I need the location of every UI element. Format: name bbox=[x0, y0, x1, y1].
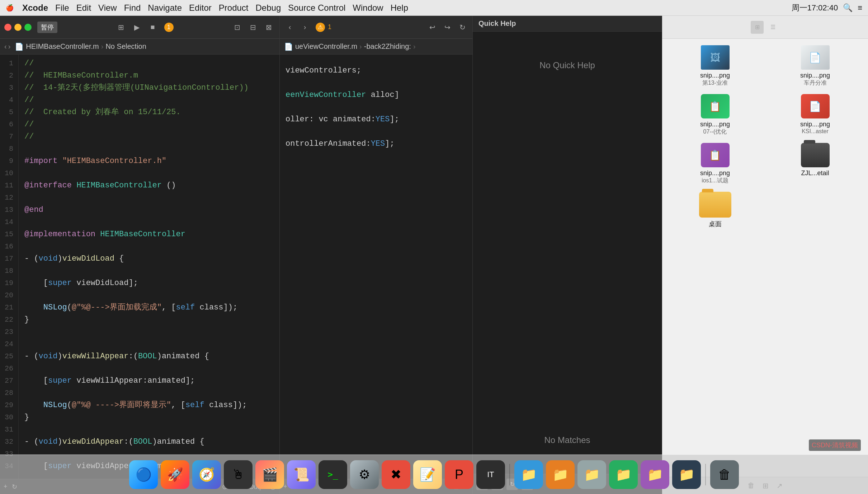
menu-view[interactable]: View bbox=[98, 3, 117, 13]
run-icon[interactable]: ▶ bbox=[131, 21, 143, 34]
traffic-lights bbox=[4, 24, 32, 31]
prev-btn[interactable]: ‹ bbox=[283, 21, 296, 34]
dock-trash[interactable]: 🗑 bbox=[710, 460, 739, 489]
apple-menu[interactable]: 🍎 bbox=[6, 4, 14, 12]
dock-terminal[interactable]: >_ bbox=[319, 460, 347, 489]
xcode-toolbar: 暂停 ⊞ ▶ ■ 1 ⊡ ⊟ ⊠ bbox=[0, 16, 279, 39]
menubar: 🍎 Xcode File Edit View Find Navigate Edi… bbox=[0, 0, 868, 16]
sidebar-files: 🖼 snip....png 第13-业准 📄 snip....png 车丹分准 … bbox=[662, 39, 868, 477]
menu-xcode[interactable]: Xcode bbox=[22, 3, 48, 13]
csdn-watermark: CSDN-清筑视频 bbox=[809, 439, 861, 451]
panel-split-icon[interactable]: ⊟ bbox=[246, 21, 259, 34]
dock-green1[interactable]: 📁 bbox=[609, 460, 638, 489]
right-sidebar: ⊞ ☰ 🖼 snip....png 第13-业准 📄 snip....png 车… bbox=[662, 16, 868, 494]
dock-prefs[interactable]: ⚙ bbox=[350, 460, 379, 489]
code-editor[interactable]: 12345 678910 1112131415 1617181920 21222… bbox=[0, 55, 279, 479]
list-item[interactable]: 🖼 snip....png 第13-业准 bbox=[665, 42, 765, 90]
dock-purple1[interactable]: 📁 bbox=[641, 460, 669, 489]
list-item[interactable]: 📄 snip....png KSI...aster bbox=[765, 90, 865, 139]
middle-editor-panel: ‹ › ⚠ 1 ↩ ↪ ↻ 📄 ueViewController.m › -ba… bbox=[280, 16, 473, 494]
list-item[interactable]: 📄 snip....png 车丹分准 bbox=[765, 42, 865, 90]
warning-count: 1 bbox=[328, 23, 331, 31]
file-name: 桌面 bbox=[709, 220, 722, 228]
dock-orange1[interactable]: 📁 bbox=[546, 460, 575, 489]
middle-file-icon: 📄 bbox=[284, 42, 293, 51]
next-btn[interactable]: › bbox=[298, 21, 311, 34]
list-item[interactable]: ZJL...etail bbox=[765, 139, 865, 188]
menubar-time: 周一17:02:40 bbox=[792, 3, 838, 13]
close-button[interactable] bbox=[4, 24, 11, 31]
quickhelp-panel: Quick Help No Quick Help No Matches + ℹ … bbox=[473, 16, 662, 494]
file-name: snip....png bbox=[700, 72, 730, 79]
xcode-panel: 暂停 ⊞ ▶ ■ 1 ⊡ ⊟ ⊠ ‹ › 📄 HEIMBaseControlle… bbox=[0, 16, 280, 494]
quickhelp-content: No Quick Help No Matches bbox=[473, 32, 662, 474]
panel-right-icon[interactable]: ⊠ bbox=[262, 21, 275, 34]
list-item[interactable]: 桌面 bbox=[665, 188, 765, 232]
menu-editor[interactable]: Editor bbox=[189, 3, 212, 13]
middle-filename[interactable]: ueViewController.m bbox=[295, 42, 357, 51]
sidebar-layout-btn[interactable]: ⊞ bbox=[751, 21, 764, 34]
menu-edit[interactable]: Edit bbox=[76, 3, 91, 13]
file-icon-small: 📄 bbox=[15, 42, 24, 51]
stop-icon[interactable]: ■ bbox=[146, 21, 159, 34]
middle-code[interactable]: viewControllers; eenViewController alloc… bbox=[280, 55, 472, 479]
list-item[interactable]: 📋 snip....png 07--(优化 bbox=[665, 90, 765, 139]
folder-icon bbox=[801, 143, 830, 167]
menu-help[interactable]: Help bbox=[391, 3, 408, 13]
maximize-button[interactable] bbox=[24, 24, 32, 31]
file-label2: KSI...aster bbox=[802, 128, 829, 135]
dock-notes[interactable]: 📝 bbox=[413, 460, 442, 489]
dock-scripts[interactable]: 📜 bbox=[287, 460, 316, 489]
menu-find[interactable]: Find bbox=[124, 3, 141, 13]
dock-mouse[interactable]: 🖱 bbox=[224, 460, 253, 489]
middle-method[interactable]: -back2Zhiding: bbox=[364, 42, 411, 51]
middle-sep: › bbox=[359, 42, 362, 51]
sidebar-list-btn[interactable]: ☰ bbox=[766, 21, 779, 34]
breadcrumb-bar: ‹ › 📄 HEIMBaseController.m › No Selectio… bbox=[0, 39, 279, 55]
list-item[interactable]: 📋 snip....png ios1...试题 bbox=[665, 139, 765, 188]
dock-blue1[interactable]: 📁 bbox=[514, 460, 543, 489]
middle-fwd-icon[interactable]: ↪ bbox=[441, 21, 454, 34]
file-thumbnail: 📄 bbox=[801, 94, 830, 118]
menu-window[interactable]: Window bbox=[353, 3, 383, 13]
dock-redapp[interactable]: ✖ bbox=[382, 460, 410, 489]
breadcrumb-selection[interactable]: No Selection bbox=[105, 42, 146, 51]
dock-pred[interactable]: P bbox=[445, 460, 473, 489]
dock-iterm[interactable]: IT bbox=[476, 460, 505, 489]
file-thumbnail: 🖼 bbox=[701, 45, 730, 70]
dock-gray1[interactable]: 📁 bbox=[577, 460, 606, 489]
middle-back-icon[interactable]: ↩ bbox=[426, 21, 439, 34]
menu-navigate[interactable]: Navigate bbox=[148, 3, 182, 13]
forward-arrow[interactable]: › bbox=[8, 42, 11, 51]
file-thumbnail: 📋 bbox=[701, 94, 730, 118]
minimize-button[interactable] bbox=[14, 24, 22, 31]
sidebar-toolbar: ⊞ ☰ bbox=[662, 16, 868, 39]
file-label2: 第13-业准 bbox=[702, 79, 728, 87]
dock-dark1[interactable]: 📁 bbox=[672, 460, 701, 489]
dock-launchpad[interactable]: 🚀 bbox=[161, 460, 189, 489]
dock-finder[interactable]: 🔵 bbox=[129, 460, 158, 489]
menu-file[interactable]: File bbox=[55, 3, 69, 13]
pause-button[interactable]: 暂停 bbox=[37, 22, 57, 33]
file-label2: 07--(优化 bbox=[703, 128, 727, 136]
code-content[interactable]: // // HEIMBaseController.m // 14-第2天(多控制… bbox=[19, 55, 279, 479]
middle-refresh-icon[interactable]: ↻ bbox=[456, 21, 469, 34]
editor-layout-icon[interactable]: ⊞ bbox=[115, 21, 128, 34]
menu-product[interactable]: Product bbox=[219, 3, 249, 13]
file-thumbnail: 📋 bbox=[701, 143, 730, 167]
file-label2: ios1...试题 bbox=[702, 177, 728, 185]
menu-list-icon[interactable]: ≡ bbox=[858, 3, 862, 13]
breadcrumb-sep: › bbox=[101, 42, 104, 51]
menu-debug[interactable]: Debug bbox=[256, 3, 281, 13]
dock-safari[interactable]: 🧭 bbox=[192, 460, 221, 489]
breadcrumb-filename[interactable]: HEIMBaseController.m bbox=[26, 42, 99, 51]
dock-photobooth[interactable]: 🎬 bbox=[255, 460, 284, 489]
file-label2: 车丹分准 bbox=[804, 79, 827, 87]
panel-toggle-icon[interactable]: ⊡ bbox=[231, 21, 244, 34]
no-matches-label: No Matches bbox=[544, 435, 590, 445]
back-arrow[interactable]: ‹ bbox=[4, 42, 7, 51]
no-quick-help-label: No Quick Help bbox=[539, 60, 595, 70]
file-name: snip....png bbox=[700, 121, 730, 128]
menu-source-control[interactable]: Source Control bbox=[288, 3, 345, 13]
search-icon[interactable]: 🔍 bbox=[843, 3, 853, 13]
